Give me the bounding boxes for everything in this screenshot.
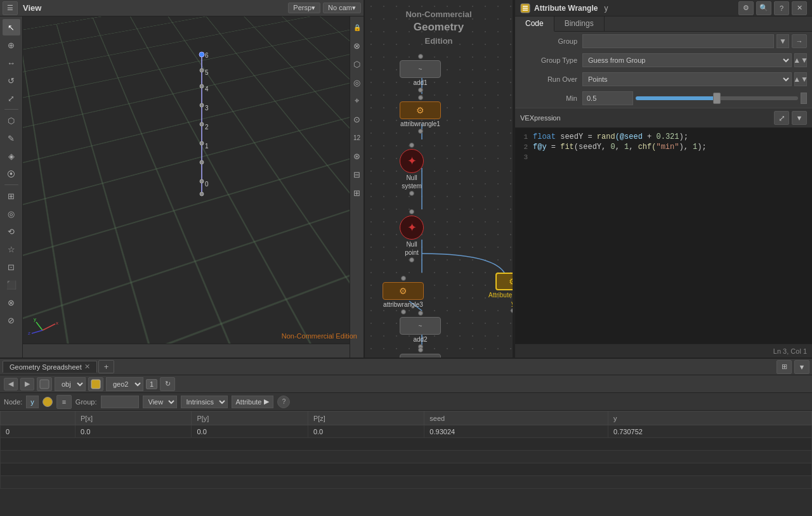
node-null-point-label1: Null (406, 241, 417, 248)
properties-gear-icon[interactable]: ⚙ (738, 1, 754, 15)
node-input-connector[interactable] (409, 209, 414, 214)
right-tool-8[interactable]: ⊛ (348, 148, 366, 164)
group-filter-input[interactable] (101, 396, 139, 408)
properties-help-icon[interactable]: ? (774, 1, 789, 15)
tool-9[interactable]: ⦿ (3, 165, 20, 182)
perspective-btn[interactable]: Persp▾ (288, 3, 320, 13)
node-output-connector[interactable] (409, 257, 414, 262)
attribute-btn-label: Attribute (236, 398, 262, 406)
code-editor[interactable]: 1 float seedY = rand(@seed + 0.321); 2 f… (515, 128, 812, 344)
tool-select[interactable]: ↖ (3, 19, 20, 35)
tool-3[interactable]: ↔ (3, 55, 20, 71)
tool-17[interactable]: ⊘ (3, 312, 20, 328)
tab-code[interactable]: Code (515, 16, 554, 32)
tool-11[interactable]: ◎ (3, 205, 20, 222)
spreadsheet-toolbar1: ◀ ▶ obj geo2 1 ↻ (0, 375, 812, 393)
right-tool-9[interactable]: ⊟ (348, 166, 366, 183)
node-null-system[interactable]: ✦ Null system (400, 143, 424, 196)
nav-forward-btn[interactable]: ▶ (20, 378, 34, 390)
tool-14[interactable]: ⊡ (3, 259, 20, 275)
refresh-icon[interactable]: ↻ (160, 377, 175, 391)
run-over-arrow[interactable]: ▲▼ (794, 72, 807, 86)
col-y[interactable]: y (608, 411, 812, 425)
node-output-connector[interactable] (511, 308, 514, 313)
node-null-point[interactable]: ✦ Null point (400, 209, 424, 262)
help-btn[interactable]: ? (277, 396, 290, 408)
view-select[interactable]: View (143, 396, 177, 408)
spreadsheet-tab-close[interactable]: ✕ (84, 363, 90, 371)
path-geo-select[interactable]: geo2 (106, 377, 143, 391)
col-py[interactable]: P[y] (192, 411, 308, 425)
properties-search-icon[interactable]: 🔍 (756, 1, 771, 15)
node-output-connector[interactable] (418, 87, 423, 93)
node-attribwrangle-y[interactable]: ⚙ Attribute Wrangle y (488, 273, 514, 313)
svg-rect-37 (91, 380, 100, 389)
node-input-connector[interactable] (401, 276, 406, 281)
min-slider-end[interactable] (801, 93, 807, 104)
right-tool-3[interactable]: ⬡ (348, 56, 366, 72)
path-obj-select[interactable]: obj (55, 377, 86, 391)
tool-13[interactable]: ☆ (3, 241, 20, 257)
node-input-connector[interactable] (418, 347, 423, 352)
add-spreadsheet-tab[interactable]: + (98, 360, 115, 373)
intrinsics-select[interactable]: Intrinsics (181, 396, 228, 408)
node-attribwrangle3[interactable]: ⚙ attribwrangle3 (383, 276, 424, 314)
tab-bindings[interactable]: Bindings (554, 16, 605, 31)
node-input-connector[interactable] (409, 143, 414, 148)
vexpression-expand-icon[interactable]: ⤢ (774, 111, 789, 125)
spreadsheet-tab[interactable]: Geometry Spreadsheet ✕ (3, 361, 97, 373)
col-px[interactable]: P[x] (75, 411, 192, 425)
col-pz[interactable]: P[z] (308, 411, 424, 425)
group-select-icon[interactable]: → (792, 34, 807, 48)
node-attribwrangle1[interactable]: ⚙ attribwrangle1 (400, 95, 441, 134)
tool-6[interactable]: ⬡ (3, 112, 20, 129)
node-input-connector[interactable] (418, 54, 423, 59)
camera-btn[interactable]: No cam▾ (323, 3, 361, 13)
spreadsheet-menu-icon[interactable]: ▼ (794, 360, 809, 374)
attribute-btn[interactable]: Attribute ▶ (232, 396, 274, 408)
node-null-system-label1: Null (406, 174, 417, 181)
tool-2[interactable]: ⊕ (3, 37, 20, 53)
right-tool-1[interactable]: 🔒 (348, 19, 366, 35)
tool-15[interactable]: ⬛ (3, 276, 20, 293)
status-position: Ln 3, Col 1 (773, 347, 807, 355)
nav-back-btn[interactable]: ◀ (4, 378, 18, 390)
tool-5[interactable]: ⤢ (3, 90, 20, 106)
col-seed[interactable]: seed (424, 411, 608, 425)
node-input-connector[interactable] (418, 311, 423, 316)
properties-close-icon[interactable]: ✕ (792, 1, 807, 15)
group-type-select[interactable]: Guess from Group Points Edges Primitives (582, 53, 792, 67)
group-control: ▼ → (582, 34, 807, 48)
right-tool-6[interactable]: ⊙ (348, 111, 366, 127)
tool-10[interactable]: ⊞ (3, 188, 20, 204)
min-slider[interactable] (636, 96, 798, 100)
right-tool-10[interactable]: ⊞ (348, 184, 366, 201)
right-tool-4[interactable]: ◎ (348, 74, 366, 91)
right-tool-2[interactable]: ⊗ (348, 37, 366, 54)
node-output-connector[interactable] (418, 129, 423, 134)
right-tool-7[interactable]: 12 (348, 129, 366, 146)
group-input[interactable] (582, 34, 774, 48)
vexpression-menu-icon[interactable]: ▼ (792, 111, 807, 125)
node-color-icon[interactable] (43, 397, 53, 407)
node-subdivide1[interactable]: ◫ subdivide1 (400, 347, 441, 358)
node-add2[interactable]: ~ add2 (400, 311, 441, 349)
right-tool-5[interactable]: ⌖ (348, 93, 366, 109)
tool-8[interactable]: ◈ (3, 148, 20, 164)
tool-7[interactable]: ✎ (3, 130, 20, 146)
filter-icon[interactable]: ≡ (56, 395, 72, 409)
min-input[interactable] (582, 91, 633, 105)
run-over-select[interactable]: Points Edges Primitives Detail (582, 72, 792, 86)
tool-4[interactable]: ↺ (3, 72, 20, 89)
group-type-arrow[interactable]: ▲▼ (794, 53, 807, 67)
node-input-connector[interactable] (418, 95, 423, 100)
node-add1[interactable]: ~ add1 (400, 54, 441, 93)
tool-12[interactable]: ⟲ (3, 223, 20, 240)
spreadsheet-layout-icon[interactable]: ⊞ (776, 360, 792, 374)
tool-16[interactable]: ⊗ (3, 294, 20, 311)
node-output-connector[interactable] (409, 191, 414, 196)
cell-y: 0.730752 (608, 425, 812, 438)
viewport-menu-icon[interactable]: ☰ (3, 1, 18, 15)
tool-divider2 (4, 184, 18, 185)
group-dropdown-arrow[interactable]: ▼ (776, 34, 789, 48)
